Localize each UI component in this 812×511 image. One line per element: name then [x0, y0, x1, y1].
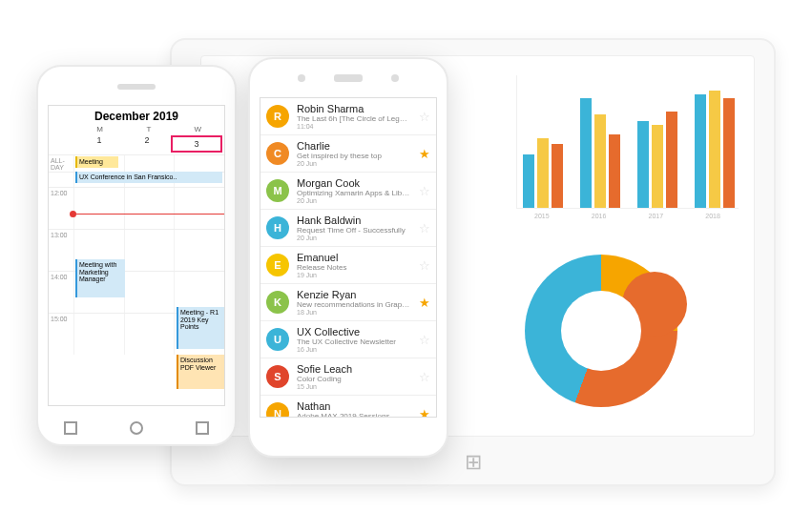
back-icon[interactable] [64, 421, 77, 435]
bar [580, 98, 592, 208]
message-name: Sofie Leach [297, 363, 411, 375]
x-tick: 2016 [579, 213, 619, 219]
date-cell[interactable]: 1 [75, 135, 123, 153]
bar [666, 112, 677, 208]
message-row[interactable]: HHank BaldwinRequest Time Off - Successf… [260, 210, 436, 247]
phone-messages: RRobin SharmaThe Last 6h [The Circle of … [248, 57, 448, 458]
message-name: Nathan [297, 400, 411, 412]
message-row[interactable]: RRobin SharmaThe Last 6h [The Circle of … [260, 98, 436, 135]
calendar-title: December 2019 [49, 106, 224, 125]
bar [723, 98, 735, 208]
message-name: Charlie [297, 140, 411, 152]
avatar: E [266, 254, 289, 276]
avatar: S [266, 365, 289, 388]
bar [537, 138, 549, 208]
star-icon[interactable]: ☆ [419, 221, 430, 235]
message-subject: Get inspired by these top [297, 152, 411, 160]
event-marketing[interactable]: Meeting with Marketing Manager [75, 259, 125, 297]
calendar-weekday-row: M T W [49, 125, 224, 133]
calendar-screen: December 2019 M T W 1 2 3 ALL-DAY 12:00 … [48, 105, 225, 406]
current-time-indicator [73, 214, 224, 215]
message-subject: The Last 6h [The Circle of Legends] [297, 114, 411, 123]
x-tick: 2017 [636, 213, 677, 219]
calendar-date-row: 1 2 3 [49, 133, 224, 154]
message-row[interactable]: CCharlieGet inspired by these top20 Jun★ [260, 135, 436, 173]
message-subject: Color Coding [297, 375, 411, 383]
star-icon[interactable]: ★ [419, 407, 430, 419]
event-allday[interactable]: Meeting [75, 156, 118, 168]
avatar: K [266, 291, 289, 314]
avatar: R [266, 105, 289, 128]
calendar-grid[interactable]: ALL-DAY 12:00 13:00 14:00 15:00 Meeting … [49, 154, 224, 402]
event-pdf[interactable]: Discussion PDF Viewer [177, 355, 225, 389]
windows-icon[interactable]: ⊞ [459, 448, 488, 477]
star-icon[interactable]: ☆ [419, 333, 430, 347]
phone-calendar: December 2019 M T W 1 2 3 ALL-DAY 12:00 … [36, 65, 237, 446]
hour-label: 13:00 [49, 230, 73, 271]
avatar: H [266, 216, 289, 239]
home-icon[interactable] [130, 421, 143, 435]
messages-screen[interactable]: RRobin SharmaThe Last 6h [The Circle of … [260, 97, 437, 418]
message-date: 20 Jun [297, 235, 411, 241]
message-name: UX Collective [297, 326, 411, 337]
avatar: N [266, 402, 289, 418]
star-icon[interactable]: ☆ [419, 110, 430, 124]
avatar: U [266, 328, 289, 351]
allday-label: ALL-DAY [49, 155, 73, 172]
message-row[interactable]: KKenzie RyanNew recommendations in Graph… [260, 284, 436, 321]
message-row[interactable]: UUX CollectiveThe UX Collective Newslett… [260, 321, 436, 358]
weekday: T [124, 125, 173, 133]
star-icon[interactable]: ★ [419, 147, 430, 161]
message-date: 18 Jun [297, 309, 411, 316]
avatar: C [266, 142, 289, 165]
x-tick: 2018 [693, 213, 733, 219]
weekday: W [174, 125, 222, 133]
bar [695, 94, 706, 208]
message-row[interactable]: EEmanuelRelease Notes19 Jun☆ [260, 247, 436, 284]
star-icon[interactable]: ☆ [419, 258, 430, 273]
bar [523, 154, 534, 208]
bar [637, 121, 649, 208]
message-subject: Request Time Off - Successfully [297, 226, 411, 235]
message-subject: The UX Collective Newsletter [297, 337, 411, 346]
message-row[interactable]: MMorgan CookOptimizing Xamarin Apps & Li… [260, 173, 436, 210]
donut-chart [525, 255, 677, 407]
date-cell[interactable]: 2 [123, 135, 171, 153]
message-subject: New recommendations in Graphic [297, 300, 411, 309]
hour-label: 12:00 [49, 188, 73, 229]
message-row[interactable]: SSofie LeachColor Coding15 Jun☆ [260, 358, 436, 396]
bar-group [637, 112, 677, 208]
bar-group [523, 138, 563, 208]
message-name: Morgan Cook [297, 177, 411, 189]
star-icon[interactable]: ★ [419, 296, 430, 310]
bar-group [580, 98, 620, 208]
star-icon[interactable]: ☆ [419, 184, 430, 198]
recent-icon[interactable] [196, 421, 209, 435]
message-date: 15 Jun [297, 383, 411, 390]
message-date: 16 Jun [297, 346, 411, 353]
message-date: 11:04 [297, 123, 411, 130]
bar [594, 114, 606, 208]
message-date: 19 Jun [297, 272, 411, 278]
bar-chart: 2015201620172018 [516, 75, 739, 237]
message-name: Hank Baldwin [297, 215, 411, 226]
bar [709, 91, 720, 208]
bar [609, 134, 620, 208]
message-subject: Release Notes [297, 263, 411, 272]
bar [652, 125, 663, 208]
message-name: Emanuel [297, 252, 411, 263]
message-row[interactable]: NNathanAdobe MAX 2019 Sessions11 Nov★ [260, 396, 436, 418]
message-date: 20 Jun [297, 160, 411, 167]
message-name: Kenzie Ryan [297, 289, 411, 300]
event-ux-conference[interactable]: UX Conference in San Fransico.. [75, 172, 222, 183]
star-icon[interactable]: ☆ [419, 370, 430, 384]
date-cell-selected[interactable]: 3 [171, 135, 222, 153]
message-name: Robin Sharma [297, 103, 411, 114]
hour-label: 14:00 [49, 272, 73, 313]
avatar: M [266, 179, 289, 202]
bar [552, 144, 563, 208]
weekday: M [75, 125, 124, 133]
hour-label: 15:00 [49, 314, 73, 355]
event-r1[interactable]: Meeting - R1 2019 Key Points [177, 307, 225, 349]
android-navbar [38, 421, 235, 435]
